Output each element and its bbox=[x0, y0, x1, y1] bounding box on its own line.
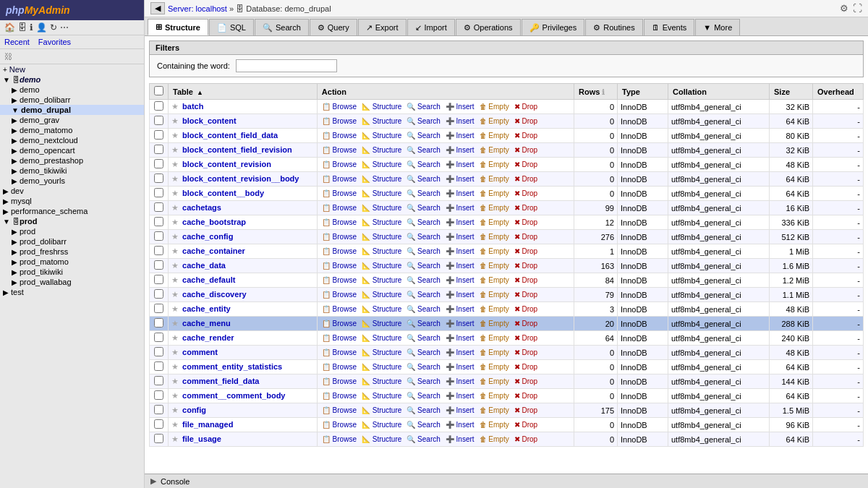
search-link[interactable]: 🔍 Search bbox=[405, 117, 441, 125]
empty-link[interactable]: 🗑 Empty bbox=[478, 435, 511, 443]
browse-link[interactable]: 📋 Browse bbox=[320, 377, 358, 385]
back-button[interactable]: ◀ bbox=[150, 2, 165, 14]
row-checkbox[interactable] bbox=[154, 202, 163, 212]
user-icon[interactable]: 👤 bbox=[36, 22, 47, 33]
favorite-star[interactable]: ★ bbox=[171, 232, 179, 241]
structure-link[interactable]: 📐 Structure bbox=[360, 392, 403, 400]
empty-link[interactable]: 🗑 Empty bbox=[478, 175, 511, 183]
tab-sql[interactable]: 📄 SQL bbox=[209, 19, 254, 35]
browse-link[interactable]: 📋 Browse bbox=[320, 160, 358, 168]
search-link[interactable]: 🔍 Search bbox=[405, 406, 441, 414]
drop-link[interactable]: ✖ Drop bbox=[513, 392, 539, 400]
structure-link[interactable]: 📐 Structure bbox=[360, 262, 403, 270]
table-name-link[interactable]: cache_container bbox=[182, 247, 245, 255]
table-name-link[interactable]: comment bbox=[182, 348, 218, 356]
db-demo-tikiwiki[interactable]: ▶ demo_tikiwiki bbox=[0, 166, 144, 176]
table-name-link[interactable]: block_content_revision__body bbox=[182, 174, 299, 183]
structure-link[interactable]: 📐 Structure bbox=[360, 103, 403, 111]
empty-link[interactable]: 🗑 Empty bbox=[478, 132, 511, 140]
search-link[interactable]: 🔍 Search bbox=[405, 189, 441, 197]
insert-link[interactable]: ➕ Insert bbox=[444, 247, 476, 255]
row-checkbox[interactable] bbox=[154, 159, 163, 168]
search-link[interactable]: 🔍 Search bbox=[405, 348, 441, 356]
favorite-star[interactable]: ★ bbox=[171, 102, 179, 111]
favorite-star[interactable]: ★ bbox=[171, 189, 179, 197]
tab-privileges[interactable]: 🔑 Privileges bbox=[522, 19, 585, 35]
table-name-link[interactable]: block_content bbox=[182, 116, 237, 125]
table-name-link[interactable]: batch bbox=[182, 102, 203, 111]
insert-link[interactable]: ➕ Insert bbox=[444, 132, 476, 140]
drop-link[interactable]: ✖ Drop bbox=[513, 117, 539, 125]
drop-link[interactable]: ✖ Drop bbox=[513, 334, 539, 342]
table-name-link[interactable]: block_content__body bbox=[182, 189, 264, 197]
tab-import[interactable]: ↙ Import bbox=[407, 19, 455, 35]
search-link[interactable]: 🔍 Search bbox=[405, 377, 441, 385]
insert-link[interactable]: ➕ Insert bbox=[444, 348, 476, 356]
search-link[interactable]: 🔍 Search bbox=[405, 291, 441, 299]
browse-link[interactable]: 📋 Browse bbox=[320, 117, 358, 125]
favorites-link[interactable]: Favorites bbox=[38, 38, 71, 46]
favorite-star[interactable]: ★ bbox=[171, 420, 179, 429]
table-name-link[interactable]: block_content_field_revision bbox=[182, 145, 292, 154]
table-name-link[interactable]: cache_config bbox=[182, 232, 233, 241]
db-demo-prestashop[interactable]: ▶ demo_prestashop bbox=[0, 155, 144, 166]
table-name-link[interactable]: cache_entity bbox=[182, 304, 231, 313]
insert-link[interactable]: ➕ Insert bbox=[444, 406, 476, 414]
row-checkbox[interactable] bbox=[154, 434, 163, 443]
table-name-link[interactable]: cache_discovery bbox=[182, 290, 247, 299]
drop-link[interactable]: ✖ Drop bbox=[513, 276, 539, 284]
drop-link[interactable]: ✖ Drop bbox=[513, 320, 539, 328]
drop-link[interactable]: ✖ Drop bbox=[513, 262, 539, 270]
tab-more[interactable]: ▼ More bbox=[695, 19, 740, 35]
favorite-star[interactable]: ★ bbox=[171, 131, 179, 140]
rows-info-icon[interactable]: ℹ bbox=[602, 88, 605, 96]
table-name-link[interactable]: cache_data bbox=[182, 261, 226, 270]
drop-link[interactable]: ✖ Drop bbox=[513, 189, 539, 197]
drop-link[interactable]: ✖ Drop bbox=[513, 435, 539, 443]
structure-link[interactable]: 📐 Structure bbox=[360, 291, 403, 299]
more-icon[interactable]: ⋯ bbox=[60, 22, 69, 33]
tab-routines[interactable]: ⚙ Routines bbox=[585, 19, 642, 35]
drop-link[interactable]: ✖ Drop bbox=[513, 421, 539, 429]
insert-link[interactable]: ➕ Insert bbox=[444, 320, 476, 328]
filter-input[interactable] bbox=[236, 59, 337, 72]
drop-link[interactable]: ✖ Drop bbox=[513, 247, 539, 255]
insert-link[interactable]: ➕ Insert bbox=[444, 103, 476, 111]
search-link[interactable]: 🔍 Search bbox=[405, 204, 441, 212]
search-link[interactable]: 🔍 Search bbox=[405, 392, 441, 400]
row-checkbox[interactable] bbox=[154, 116, 163, 125]
search-link[interactable]: 🔍 Search bbox=[405, 247, 441, 255]
row-checkbox[interactable] bbox=[154, 101, 163, 111]
structure-link[interactable]: 📐 Structure bbox=[360, 421, 403, 429]
row-checkbox[interactable] bbox=[154, 419, 163, 429]
table-name-link[interactable]: comment__comment_body bbox=[182, 391, 285, 400]
browse-link[interactable]: 📋 Browse bbox=[320, 334, 358, 342]
drop-link[interactable]: ✖ Drop bbox=[513, 132, 539, 140]
empty-link[interactable]: 🗑 Empty bbox=[478, 160, 511, 168]
row-checkbox[interactable] bbox=[154, 376, 163, 385]
insert-link[interactable]: ➕ Insert bbox=[444, 377, 476, 385]
drop-link[interactable]: ✖ Drop bbox=[513, 363, 539, 371]
db-prod-matomo[interactable]: ▶ prod_matomo bbox=[0, 257, 144, 267]
table-name-link[interactable]: cache_default bbox=[182, 275, 235, 284]
empty-link[interactable]: 🗑 Empty bbox=[478, 103, 511, 111]
empty-link[interactable]: 🗑 Empty bbox=[478, 392, 511, 400]
db-prod[interactable]: ▶ prod bbox=[0, 226, 144, 236]
empty-link[interactable]: 🗑 Empty bbox=[478, 291, 511, 299]
tab-search[interactable]: 🔍 Search bbox=[255, 19, 309, 35]
browse-link[interactable]: 📋 Browse bbox=[320, 435, 358, 443]
empty-link[interactable]: 🗑 Empty bbox=[478, 334, 511, 342]
row-checkbox[interactable] bbox=[154, 333, 163, 342]
db-performance-schema[interactable]: ▶ performance_schema bbox=[0, 206, 144, 216]
favorite-star[interactable]: ★ bbox=[171, 377, 179, 385]
favorite-star[interactable]: ★ bbox=[171, 247, 179, 255]
empty-link[interactable]: 🗑 Empty bbox=[478, 233, 511, 241]
db-demo-matomo[interactable]: ▶ demo_matomo bbox=[0, 125, 144, 135]
drop-link[interactable]: ✖ Drop bbox=[513, 305, 539, 313]
browse-link[interactable]: 📋 Browse bbox=[320, 233, 358, 241]
favorite-star[interactable]: ★ bbox=[171, 435, 179, 443]
empty-link[interactable]: 🗑 Empty bbox=[478, 247, 511, 255]
insert-link[interactable]: ➕ Insert bbox=[444, 421, 476, 429]
check-all-checkbox[interactable] bbox=[154, 86, 163, 95]
structure-link[interactable]: 📐 Structure bbox=[360, 117, 403, 125]
